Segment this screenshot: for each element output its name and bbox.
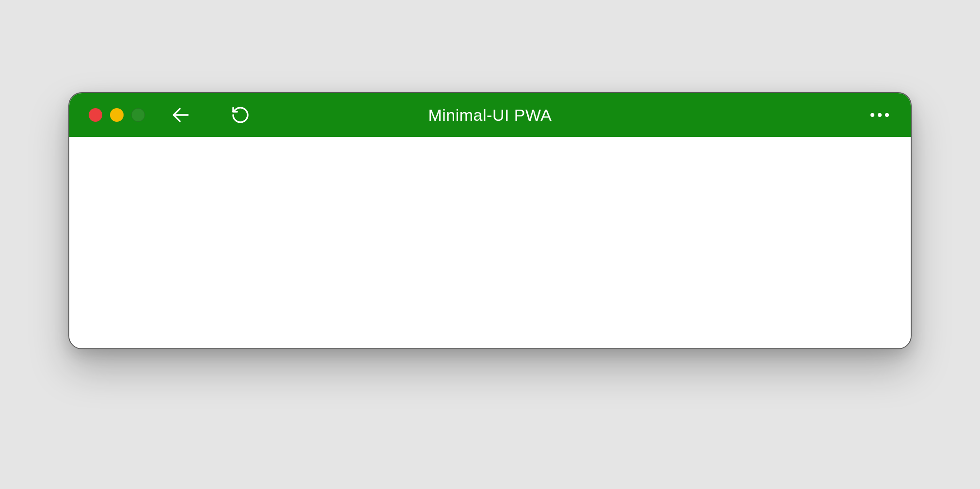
reload-button[interactable] — [229, 103, 252, 127]
menu-button[interactable] — [868, 103, 891, 127]
back-button[interactable] — [169, 103, 192, 127]
minimize-button[interactable] — [110, 108, 124, 122]
titlebar: Minimal-UI PWA — [69, 93, 911, 137]
more-horizontal-icon — [870, 113, 889, 117]
window-controls — [89, 108, 145, 122]
window-title: Minimal-UI PWA — [428, 106, 552, 125]
nav-controls — [169, 103, 252, 127]
app-window: Minimal-UI PWA — [68, 92, 912, 349]
content-area — [69, 137, 911, 348]
reload-icon — [231, 105, 250, 125]
close-button[interactable] — [89, 108, 102, 122]
arrow-left-icon — [170, 104, 191, 126]
maximize-button[interactable] — [131, 108, 145, 122]
